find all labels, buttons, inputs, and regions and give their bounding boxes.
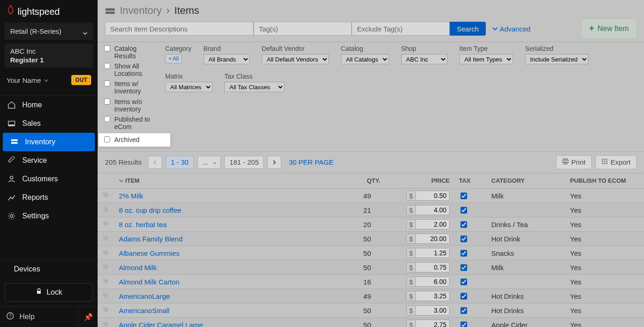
- check-items-wo-inventory[interactable]: Items w/o Inventory: [102, 98, 155, 113]
- col-category[interactable]: CATEGORY: [487, 173, 565, 189]
- tag-icon[interactable]: [102, 293, 110, 301]
- checkbox[interactable]: [104, 116, 110, 122]
- item-link[interactable]: Almond Milk Carton: [119, 278, 180, 286]
- tag-icon[interactable]: [102, 192, 110, 200]
- item-link[interactable]: Almond Milk: [119, 264, 157, 271]
- tax-checkbox[interactable]: [460, 235, 467, 242]
- price-field[interactable]: [416, 277, 449, 286]
- tax-class-select[interactable]: All Tax Classes: [224, 82, 285, 92]
- item-link[interactable]: Adams Family Blend: [119, 235, 183, 243]
- nav-inventory[interactable]: Inventory: [3, 133, 95, 151]
- catalog-select[interactable]: All Catalogs: [341, 54, 389, 64]
- item-type-select[interactable]: All Item Types: [459, 54, 513, 64]
- tax-checkbox[interactable]: [460, 264, 467, 271]
- search-button[interactable]: Search: [450, 22, 486, 36]
- tag-icon[interactable]: [102, 307, 110, 315]
- search-input[interactable]: [105, 22, 254, 36]
- price-field[interactable]: [416, 191, 449, 200]
- user-row[interactable]: Your Name OUT: [2, 71, 96, 89]
- price-input[interactable]: $: [406, 219, 450, 229]
- tags-input[interactable]: [254, 22, 352, 36]
- nav-home[interactable]: Home: [0, 96, 98, 114]
- advanced-toggle[interactable]: Advanced: [492, 25, 531, 33]
- print-button[interactable]: Print: [556, 155, 592, 169]
- price-field[interactable]: [416, 306, 449, 315]
- tax-checkbox[interactable]: [460, 293, 467, 299]
- checkbox[interactable]: [104, 45, 110, 51]
- nav-reports[interactable]: Reports: [0, 188, 98, 207]
- tag-icon[interactable]: [102, 264, 110, 272]
- shop-select[interactable]: ABC Inc: [401, 54, 447, 64]
- item-link[interactable]: Albanese Gummies: [119, 249, 180, 257]
- price-field[interactable]: [416, 263, 449, 272]
- price-input[interactable]: $: [406, 305, 450, 315]
- checkbox[interactable]: [104, 99, 110, 105]
- price-field[interactable]: [416, 220, 449, 229]
- category-all-button[interactable]: + All: [165, 54, 182, 63]
- new-item-button[interactable]: New Item: [581, 19, 637, 39]
- pin-sidebar[interactable]: 📌: [78, 307, 98, 327]
- checkbox[interactable]: [104, 80, 110, 86]
- tax-checkbox[interactable]: [460, 307, 467, 314]
- price-input[interactable]: $: [406, 205, 450, 215]
- pager-next[interactable]: [267, 156, 281, 169]
- tax-checkbox[interactable]: [460, 321, 467, 327]
- check-published-ecom[interactable]: Published to eCom: [102, 116, 155, 130]
- price-input[interactable]: $: [406, 320, 450, 327]
- account-box[interactable]: ABC Inc Register 1: [5, 43, 93, 68]
- item-link[interactable]: 2% Milk: [119, 192, 143, 200]
- pager-range-last[interactable]: 181 - 205: [224, 156, 264, 169]
- tag-icon[interactable]: [102, 321, 110, 327]
- tax-checkbox[interactable]: [460, 250, 467, 256]
- pager-range-current[interactable]: 1 - 30: [166, 156, 193, 169]
- check-items-w-inventory[interactable]: Items w/ Inventory: [102, 80, 155, 95]
- price-field[interactable]: [416, 234, 449, 243]
- retail-series-select[interactable]: Retail (R-Series): [5, 23, 93, 40]
- nav-devices[interactable]: Devices: [0, 259, 98, 278]
- col-publish[interactable]: PUBLISH TO ECOM: [565, 173, 644, 189]
- nav-service[interactable]: Service: [0, 151, 98, 170]
- price-field[interactable]: [416, 205, 449, 215]
- matrix-select[interactable]: All Matrices: [165, 82, 212, 92]
- pager-prev[interactable]: [148, 156, 162, 169]
- lock-button[interactable]: Lock: [5, 283, 93, 302]
- tag-icon[interactable]: [102, 250, 110, 258]
- col-qty[interactable]: QTY.: [329, 173, 385, 189]
- price-field[interactable]: [416, 291, 449, 301]
- col-tax[interactable]: TAX: [454, 173, 487, 189]
- tag-icon[interactable]: [102, 207, 110, 215]
- tax-checkbox[interactable]: [460, 207, 467, 213]
- price-field[interactable]: [416, 320, 449, 327]
- check-show-all-locations[interactable]: Show All Locations: [102, 62, 155, 77]
- price-input[interactable]: $: [406, 248, 450, 258]
- item-link[interactable]: AmericanoSmall: [119, 307, 169, 315]
- serialized-select[interactable]: Include Serialized: [525, 54, 588, 64]
- per-page-select[interactable]: 30 PER PAGE: [289, 158, 333, 166]
- checkbox[interactable]: [104, 136, 110, 142]
- checkbox[interactable]: [104, 63, 110, 69]
- tag-icon[interactable]: [102, 221, 110, 229]
- col-price[interactable]: PRICE: [385, 173, 454, 189]
- item-link[interactable]: 8 oz. cup drip coffee: [119, 206, 181, 214]
- tax-checkbox[interactable]: [460, 192, 467, 199]
- price-input[interactable]: $: [406, 234, 450, 244]
- nav-sales[interactable]: Sales: [0, 114, 98, 133]
- export-button[interactable]: Export: [595, 155, 637, 169]
- help-label[interactable]: Help: [19, 313, 35, 321]
- price-field[interactable]: [416, 248, 449, 258]
- price-input[interactable]: $: [406, 262, 450, 272]
- nav-customers[interactable]: Customers: [0, 170, 98, 188]
- nav-settings[interactable]: Settings: [0, 207, 98, 225]
- price-input[interactable]: $: [406, 291, 450, 301]
- tag-icon[interactable]: [102, 235, 110, 243]
- col-item[interactable]: ITEM: [114, 173, 329, 189]
- item-link[interactable]: 8 oz. herbal tea: [119, 221, 167, 228]
- item-link[interactable]: AmericanoLarge: [119, 292, 170, 300]
- out-badge[interactable]: OUT: [71, 75, 91, 85]
- exclude-tags-input[interactable]: [352, 22, 450, 36]
- tax-checkbox[interactable]: [460, 278, 467, 285]
- price-input[interactable]: $: [406, 277, 450, 287]
- default-vendor-select[interactable]: All Default Vendors: [262, 54, 329, 64]
- check-archived[interactable]: Archived: [99, 133, 170, 147]
- brand-select[interactable]: All Brands: [204, 54, 250, 64]
